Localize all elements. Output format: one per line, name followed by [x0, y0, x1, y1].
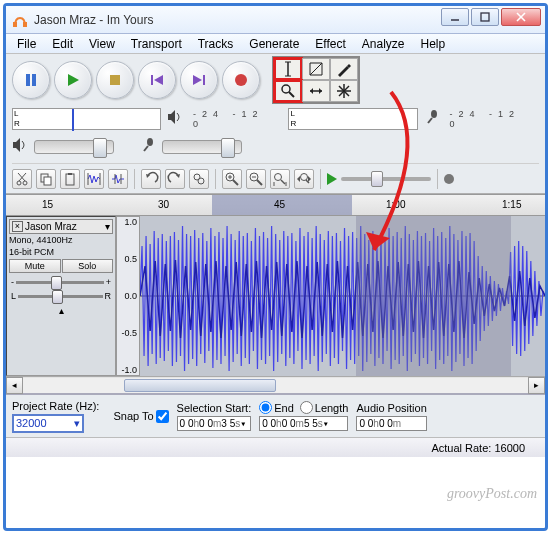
undo-button[interactable] — [141, 169, 161, 189]
project-rate-combo[interactable]: 32000▾ — [12, 414, 84, 433]
track-format: Mono, 44100Hz — [9, 235, 113, 246]
titlebar: Jason Mraz - Im Yours — [6, 6, 545, 34]
horizontal-scrollbar[interactable]: ◂ ▸ — [6, 376, 545, 393]
menu-view[interactable]: View — [82, 36, 122, 52]
selection-start-field[interactable]: 0 0 h 0 0 m 3 5 s▾ — [177, 416, 252, 431]
stop-button[interactable] — [96, 61, 134, 99]
selection-end-field[interactable]: 0 0 h 0 0 m 5 5 s▾ — [259, 416, 348, 431]
timeline-ruler[interactable]: 15 30 45 1:00 1:15 — [6, 194, 545, 216]
output-meter[interactable]: LR — [12, 108, 161, 130]
speaker-icon — [167, 109, 183, 129]
waveform-canvas[interactable] — [140, 216, 545, 376]
ruler-label: 15 — [42, 199, 53, 210]
status-bar: Actual Rate: 16000 — [6, 437, 545, 457]
snap-to-checkbox[interactable] — [156, 410, 169, 423]
fit-selection-button[interactable] — [270, 169, 290, 189]
svg-line-60 — [281, 180, 285, 184]
ruler-label: 45 — [274, 199, 285, 210]
track-name[interactable]: Jason Mraz — [25, 221, 103, 232]
menu-analyze[interactable]: Analyze — [355, 36, 412, 52]
play-at-speed-button[interactable] — [327, 173, 337, 185]
track-bitdepth: 16-bit PCM — [9, 247, 113, 258]
silence-button[interactable] — [108, 169, 128, 189]
svg-marker-30 — [168, 110, 175, 124]
svg-marker-11 — [154, 75, 163, 85]
solo-button[interactable]: Solo — [62, 259, 114, 273]
timeshift-tool[interactable] — [302, 80, 330, 102]
svg-marker-8 — [68, 74, 79, 86]
svg-rect-0 — [13, 22, 17, 27]
window-title: Jason Mraz - Im Yours — [34, 13, 153, 27]
output-volume-slider[interactable] — [34, 140, 114, 154]
selection-bar: Project Rate (Hz): 32000▾ Snap To Select… — [6, 393, 545, 437]
zoom-in-button[interactable] — [222, 169, 242, 189]
svg-line-21 — [289, 92, 294, 97]
trim-button[interactable] — [84, 169, 104, 189]
fit-project-button[interactable] — [294, 169, 314, 189]
svg-marker-66 — [308, 176, 311, 182]
ruler-label: 1:00 — [386, 199, 405, 210]
track-close-button[interactable]: × — [12, 221, 23, 232]
scroll-right-button[interactable]: ▸ — [528, 377, 545, 394]
menu-generate[interactable]: Generate — [242, 36, 306, 52]
pan-slider[interactable] — [18, 295, 102, 298]
svg-point-20 — [282, 85, 290, 93]
menu-file[interactable]: File — [10, 36, 43, 52]
scroll-left-button[interactable]: ◂ — [6, 377, 23, 394]
mute-button[interactable]: Mute — [9, 259, 61, 273]
audio-position-label: Audio Position — [356, 402, 426, 414]
skip-start-button[interactable] — [138, 61, 176, 99]
actual-rate-label: Actual Rate: — [431, 442, 491, 454]
mic-icon — [424, 109, 440, 129]
vertical-scale[interactable]: 1.0 0.5 0.0 -0.5 -1.0 — [116, 216, 140, 376]
gain-slider[interactable] — [16, 281, 104, 284]
chevron-down-icon: ▾ — [74, 417, 80, 430]
redo-button[interactable] — [165, 169, 185, 189]
menu-tracks[interactable]: Tracks — [191, 36, 241, 52]
record-button[interactable] — [222, 61, 260, 99]
svg-rect-9 — [110, 75, 120, 85]
pause-button[interactable] — [12, 61, 50, 99]
paste-button[interactable] — [60, 169, 80, 189]
svg-point-63 — [301, 173, 308, 180]
collapse-button[interactable]: ▴ — [59, 305, 64, 316]
skip-end-button[interactable] — [180, 61, 218, 99]
minimize-button[interactable] — [441, 8, 469, 26]
multi-tool[interactable] — [330, 80, 358, 102]
svg-marker-19 — [310, 63, 322, 75]
menubar: File Edit View Transport Tracks Generate… — [6, 34, 545, 54]
svg-rect-6 — [26, 74, 30, 86]
draw-tool[interactable] — [330, 58, 358, 80]
svg-line-58 — [257, 180, 262, 185]
cut-button[interactable] — [12, 169, 32, 189]
input-meter[interactable]: LR — [288, 108, 417, 130]
zoom-out-button[interactable] — [246, 169, 266, 189]
meter-ticks-out: -24 -12 0 — [193, 109, 282, 129]
menu-help[interactable]: Help — [414, 36, 453, 52]
snap-to-label: Snap To — [113, 410, 153, 422]
zoom-tool[interactable] — [274, 80, 302, 102]
scrollbar-thumb[interactable] — [124, 379, 276, 392]
tools-tray — [272, 56, 360, 104]
close-button[interactable] — [501, 8, 541, 26]
copy-button[interactable] — [36, 169, 56, 189]
menu-effect[interactable]: Effect — [308, 36, 352, 52]
length-radio[interactable] — [300, 401, 313, 414]
track-panel: × Jason Mraz ▾ Mono, 44100Hz 16-bit PCM … — [6, 216, 116, 376]
selection-tool[interactable] — [274, 58, 302, 80]
audio-position-field[interactable]: 0 0 h 0 0 m — [356, 416, 426, 431]
play-button[interactable] — [54, 61, 92, 99]
track-menu-chevron-icon[interactable]: ▾ — [105, 221, 110, 232]
svg-line-39 — [18, 173, 25, 181]
end-radio[interactable] — [259, 401, 272, 414]
input-volume-slider[interactable] — [162, 140, 242, 154]
svg-rect-13 — [203, 75, 205, 85]
menu-transport[interactable]: Transport — [124, 36, 189, 52]
playback-speed-slider[interactable] — [341, 177, 431, 181]
maximize-button[interactable] — [471, 8, 499, 26]
svg-line-32 — [428, 118, 432, 123]
sync-lock-button[interactable] — [189, 169, 209, 189]
svg-line-38 — [19, 173, 26, 181]
envelope-tool[interactable] — [302, 58, 330, 80]
menu-edit[interactable]: Edit — [45, 36, 80, 52]
